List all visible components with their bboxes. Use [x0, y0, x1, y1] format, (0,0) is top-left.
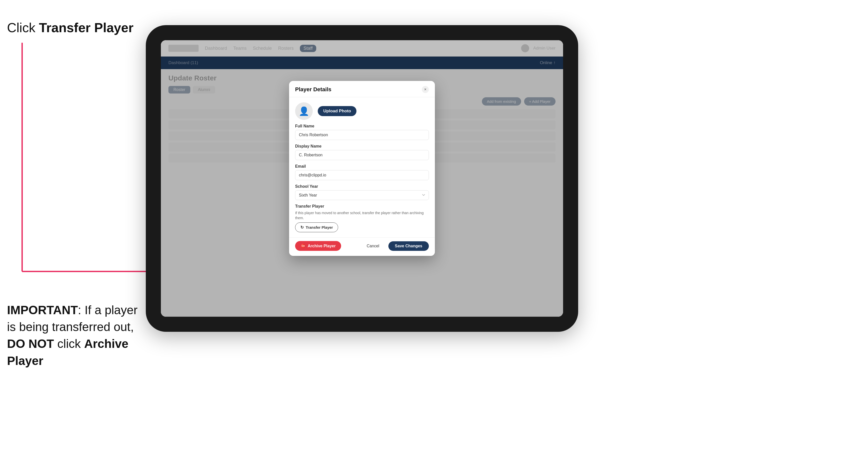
full-name-label: Full Name: [295, 124, 429, 128]
app-background: Dashboard Teams Schedule Rosters Staff A…: [161, 40, 563, 317]
archive-player-button[interactable]: ⛔ Archive Player: [295, 241, 341, 251]
transfer-section-description: If this player has moved to another scho…: [295, 211, 429, 220]
school-year-label: School Year: [295, 184, 429, 189]
transfer-player-button[interactable]: ↻ Transfer Player: [295, 222, 338, 232]
cancel-button[interactable]: Cancel: [361, 241, 385, 251]
save-changes-button[interactable]: Save Changes: [389, 241, 429, 251]
tablet-frame: Dashboard Teams Schedule Rosters Staff A…: [146, 25, 578, 332]
close-button[interactable]: ×: [422, 86, 429, 93]
avatar-row: 👤 Upload Photo: [295, 102, 429, 120]
upload-photo-button[interactable]: Upload Photo: [318, 106, 356, 116]
annotation-top: Click Transfer Player: [7, 20, 133, 35]
modal-overlay: Player Details × 👤 Upload Photo: [161, 40, 563, 317]
annotation-bottom: IMPORTANT: If a player is being transfer…: [7, 302, 138, 369]
transfer-section: Transfer Player If this player has moved…: [295, 204, 429, 232]
annotation-important: IMPORTANT: [7, 303, 78, 317]
annotation-do-not: DO NOT: [7, 337, 54, 350]
annotation-rest2: click: [54, 337, 84, 350]
transfer-button-label: Transfer Player: [306, 225, 333, 229]
display-name-group: Display Name: [295, 144, 429, 160]
school-year-group: School Year First Year Second Year Third…: [295, 184, 429, 200]
avatar-icon: 👤: [299, 106, 309, 116]
tablet-screen: Dashboard Teams Schedule Rosters Staff A…: [161, 40, 563, 317]
display-name-input[interactable]: [295, 150, 429, 160]
archive-label: Archive Player: [308, 244, 336, 248]
annotation-prefix: Click: [7, 20, 39, 35]
email-input[interactable]: [295, 170, 429, 180]
display-name-label: Display Name: [295, 144, 429, 149]
transfer-icon: ↻: [300, 225, 304, 230]
full-name-input[interactable]: [295, 130, 429, 140]
email-label: Email: [295, 164, 429, 169]
school-year-select[interactable]: First Year Second Year Third Year Fourth…: [295, 190, 429, 200]
modal-header: Player Details ×: [289, 81, 435, 97]
full-name-group: Full Name: [295, 124, 429, 140]
modal-body: 👤 Upload Photo Full Name Display Name: [289, 97, 435, 237]
annotation-bold: Transfer Player: [39, 20, 133, 35]
player-details-modal: Player Details × 👤 Upload Photo: [289, 81, 435, 256]
archive-icon: ⛔: [301, 244, 306, 248]
modal-footer: ⛔ Archive Player Cancel Save Changes: [289, 237, 435, 256]
avatar-circle: 👤: [295, 102, 313, 120]
transfer-section-label: Transfer Player: [295, 204, 429, 209]
modal-title: Player Details: [295, 86, 331, 93]
email-group: Email: [295, 164, 429, 180]
